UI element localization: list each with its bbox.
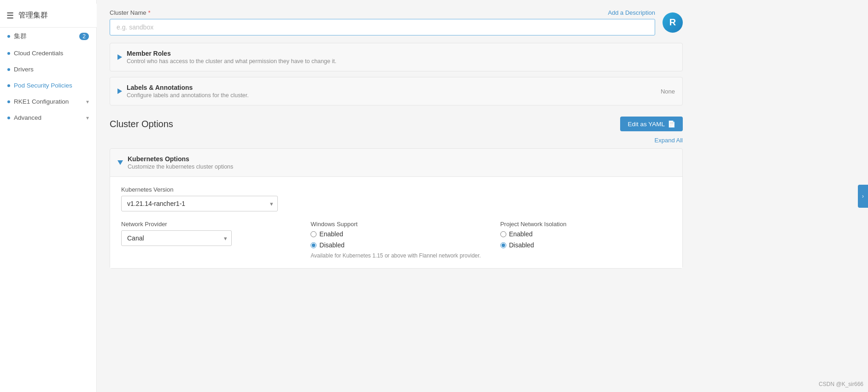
sidebar-item-advanced[interactable]: Advanced ▾: [0, 110, 96, 126]
labels-annotations-value: None: [661, 88, 675, 95]
cluster-name-label: Cluster Name * Add a Description: [110, 9, 655, 16]
member-roles-header[interactable]: Member Roles Control who has access to t…: [110, 43, 682, 71]
dot-icon: [7, 52, 10, 55]
kubernetes-options-title: Kubernetes Options: [128, 155, 233, 163]
expand-icon: [117, 54, 122, 60]
windows-support-enabled-option[interactable]: Enabled: [311, 230, 481, 238]
sidebar-item-pod-security-policies[interactable]: Pod Security Policies: [0, 77, 96, 94]
required-marker: *: [148, 9, 150, 16]
sidebar-item-label: Advanced: [14, 114, 41, 121]
sidebar-item-drivers[interactable]: Drivers: [0, 61, 96, 77]
network-provider-select-wrapper: Canal ▾: [121, 230, 232, 246]
sidebar-item-rke1-configuration[interactable]: RKE1 Configuration ▾: [0, 94, 96, 110]
chevron-down-icon: ▾: [86, 99, 89, 105]
labels-annotations-header[interactable]: Labels & Annotations Configure labels an…: [110, 77, 682, 105]
collapse-icon: [117, 160, 123, 165]
project-network-enabled-option[interactable]: Enabled: [500, 230, 671, 238]
cluster-options-title: Cluster Options: [110, 119, 620, 129]
sidebar-item-label: Pod Security Policies: [14, 82, 72, 89]
network-options-row: Network Provider Canal ▾ Windows Support: [121, 221, 671, 259]
expand-icon: [117, 88, 122, 94]
project-network-isolation-group: Project Network Isolation Enabled Disabl…: [500, 221, 671, 249]
scroll-indicator[interactable]: ›: [858, 185, 868, 208]
kubernetes-options-section: Kubernetes Options Customize the kuberne…: [110, 148, 683, 269]
dot-icon: [7, 100, 10, 103]
windows-support-hint: Available for Kubernetes 1.15 or above w…: [311, 252, 481, 259]
member-roles-section: Member Roles Control who has access to t…: [110, 43, 683, 71]
expand-all-link[interactable]: Expand All: [110, 137, 683, 144]
labels-annotations-title: Labels & Annotations: [127, 84, 249, 91]
kubernetes-options-header[interactable]: Kubernetes Options Customize the kuberne…: [110, 149, 682, 176]
windows-support-disabled-option[interactable]: Disabled: [311, 241, 481, 249]
cluster-options-header: Cluster Options Edit as YAML 📄: [110, 117, 683, 131]
member-roles-desc: Control who has access to the cluster an…: [127, 58, 336, 64]
project-network-radio-group: Enabled Disabled: [500, 230, 671, 249]
rancher-logo: R: [663, 12, 683, 33]
kubernetes-options-body: Kubernetes Version v1.21.14-rancher1-1 ▾…: [110, 176, 682, 268]
labels-annotations-section: Labels & Annotations Configure labels an…: [110, 77, 683, 105]
kubernetes-version-group: Kubernetes Version v1.21.14-rancher1-1 ▾: [121, 186, 671, 211]
kubernetes-version-select[interactable]: v1.21.14-rancher1-1: [121, 196, 278, 211]
dot-icon: [7, 117, 10, 119]
add-description-link[interactable]: Add a Description: [608, 9, 655, 16]
kubernetes-version-select-wrapper: v1.21.14-rancher1-1 ▾: [121, 196, 278, 211]
windows-support-label: Windows Support: [311, 221, 481, 228]
dot-icon: [7, 35, 10, 38]
member-roles-title: Member Roles: [127, 50, 336, 57]
project-network-isolation-label: Project Network Isolation: [500, 221, 671, 228]
project-network-disabled-option[interactable]: Disabled: [500, 241, 671, 249]
sidebar-item-label: Drivers: [14, 66, 34, 73]
dot-icon: [7, 68, 10, 71]
cluster-name-input[interactable]: [110, 19, 655, 35]
sidebar-title: 管理集群: [18, 11, 48, 20]
main-content: Cluster Name * Add a Description R Membe…: [97, 0, 868, 392]
menu-icon[interactable]: ☰: [6, 11, 14, 21]
dot-icon: [7, 84, 10, 87]
windows-support-group: Windows Support Enabled Disabled Ava: [311, 221, 481, 259]
kubernetes-options-desc: Customize the kubernetes cluster options: [128, 164, 233, 170]
chevron-down-icon: ▾: [86, 115, 89, 121]
chevron-right-icon: ›: [862, 193, 864, 199]
sidebar-item-label: Cloud Credentials: [14, 50, 63, 57]
sidebar-item-label: RKE1 Configuration: [14, 98, 69, 105]
windows-support-radio-group: Enabled Disabled: [311, 230, 481, 249]
sidebar-item-label: 集群: [14, 32, 27, 41]
cluster-name-row: Cluster Name * Add a Description R: [110, 9, 683, 35]
labels-annotations-desc: Configure labels and annotations for the…: [127, 92, 249, 99]
yaml-icon: 📄: [668, 120, 675, 128]
network-provider-label: Network Provider: [121, 221, 292, 228]
network-provider-select[interactable]: Canal: [121, 230, 232, 246]
sidebar: ☰ 管理集群 集群 2 Cloud Credentials Drivers Po…: [0, 0, 97, 392]
sidebar-item-clusters[interactable]: 集群 2: [0, 28, 96, 45]
clusters-badge: 2: [79, 33, 89, 40]
edit-as-yaml-button[interactable]: Edit as YAML 📄: [620, 117, 683, 131]
watermark: CSDN @K_sir666: [819, 381, 863, 387]
network-provider-group: Network Provider Canal ▾: [121, 221, 292, 246]
kubernetes-version-label: Kubernetes Version: [121, 186, 671, 193]
sidebar-item-cloud-credentials[interactable]: Cloud Credentials: [0, 45, 96, 61]
